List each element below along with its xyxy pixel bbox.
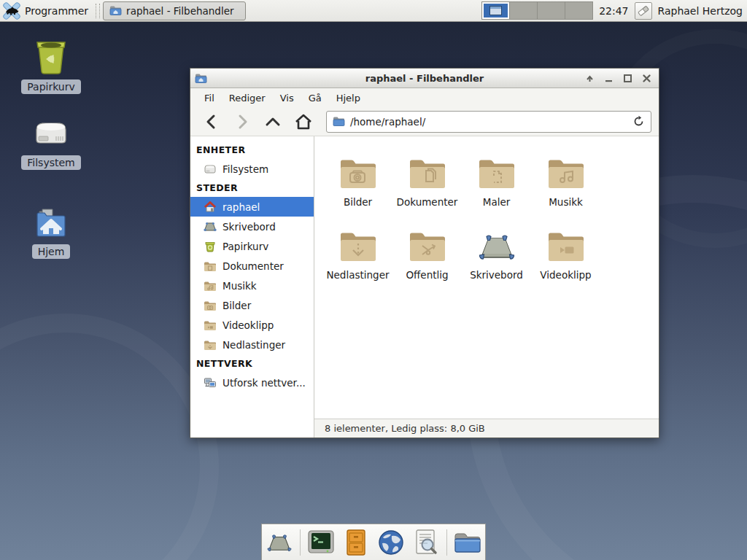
folder-music-icon — [546, 147, 587, 192]
maximize-button[interactable] — [622, 72, 634, 85]
dock-search-files-button[interactable] — [411, 528, 441, 557]
desktop-icon — [476, 219, 517, 265]
sidebar-item-videos[interactable]: Videoklipp — [190, 315, 314, 335]
forward-button[interactable] — [228, 111, 256, 133]
menu-file[interactable]: Fil — [198, 90, 221, 106]
file-manager-icon — [453, 530, 482, 555]
folder-templates-icon — [476, 147, 517, 192]
search-files-icon — [413, 529, 439, 556]
sidebar-item-label: raphael — [222, 201, 260, 213]
sidebar-header-devices: ENHETER — [190, 141, 314, 159]
trash-icon — [204, 241, 217, 252]
dock-terminal-button[interactable] — [306, 528, 336, 557]
desktop-icon-label: Filsystem — [21, 155, 80, 170]
desktop-icon-label: Hjem — [32, 244, 71, 259]
sidebar-header-places: STEDER — [190, 179, 314, 197]
workspace-4[interactable] — [565, 2, 592, 19]
dock-file-cabinet-button[interactable] — [341, 528, 371, 557]
sidebar: ENHETER Filsystem STEDER raphael Skriveb… — [190, 136, 314, 438]
path-bar[interactable]: /home/raphael/ — [326, 111, 651, 133]
status-text: 8 ielementer, Ledig plass: 8,0 GiB — [325, 423, 485, 434]
file-item-maler[interactable]: Maler — [462, 147, 531, 219]
menubar: Fil Rediger Vis Gå Hjelp — [190, 88, 659, 107]
clock: 22:47 — [599, 5, 628, 17]
sidebar-item-label: Papirkurv — [222, 241, 268, 252]
xfce-logo-icon — [3, 2, 20, 20]
taskbar-window-button[interactable]: raphael - Filbehandler — [103, 1, 246, 20]
sidebar-item-label: Dokumenter — [222, 260, 284, 272]
titlebar[interactable]: raphael - Filbehandler — [190, 69, 659, 88]
sidebar-item-downloads[interactable]: Nedlastinger — [190, 335, 314, 354]
file-item-label: Musikk — [549, 196, 583, 208]
file-view[interactable]: Bilder Dokumenter — [314, 136, 659, 419]
desktop-icon-filesystem[interactable]: Filsystem — [11, 117, 91, 170]
folder-videos-icon — [546, 219, 587, 265]
dock-separator — [300, 529, 301, 556]
workspace-3[interactable] — [538, 2, 565, 19]
folder-pictures-icon — [204, 300, 217, 311]
dock-file-manager-button[interactable] — [453, 528, 482, 557]
menu-view[interactable]: Vis — [274, 90, 301, 106]
drive-icon — [204, 163, 217, 175]
file-item-offentlig[interactable]: Offentlig — [392, 219, 462, 292]
folder-documents-icon — [407, 147, 448, 192]
sidebar-item-label: Musikk — [222, 280, 257, 292]
minimize-button[interactable] — [603, 72, 615, 85]
workspace-1-active[interactable] — [482, 2, 509, 19]
dock-show-desktop-button[interactable] — [265, 528, 294, 557]
sidebar-item-label: Filsystem — [222, 163, 268, 175]
dock-web-browser-button[interactable] — [376, 528, 406, 557]
status-bar: 8 ielementer, Ledig plass: 8,0 GiB — [314, 419, 659, 438]
workspace-switcher[interactable] — [481, 1, 593, 20]
terminal-icon — [307, 529, 335, 556]
desktop-icon — [204, 221, 217, 233]
user-name: Raphael Hertzog — [658, 5, 743, 17]
network-icon — [204, 377, 217, 389]
sidebar-item-browse-network[interactable]: Utforsk nettver... — [190, 373, 314, 392]
sidebar-item-music[interactable]: Musikk — [190, 276, 314, 295]
taskbar-window-label: raphael - Filbehandler — [126, 5, 233, 17]
workspace-2[interactable] — [510, 2, 537, 19]
file-item-bilder[interactable]: Bilder — [323, 147, 392, 219]
eraser-icon — [637, 4, 650, 18]
desktop-icon-trash[interactable]: Papirkurv — [11, 38, 91, 94]
sidebar-item-label: Utforsk nettver... — [222, 377, 306, 389]
sidebar-item-desktop[interactable]: Skrivebord — [190, 217, 314, 236]
path-folder-icon — [333, 116, 345, 127]
menu-go[interactable]: Gå — [302, 90, 328, 106]
file-item-skrivebord[interactable]: Skrivebord — [462, 219, 531, 292]
file-item-videoklipp[interactable]: Videoklipp — [531, 219, 600, 292]
file-item-musikk[interactable]: Musikk — [531, 147, 600, 219]
up-button[interactable] — [259, 111, 287, 133]
sidebar-item-raphael[interactable]: raphael — [190, 197, 314, 217]
folder-downloads-icon — [204, 339, 217, 351]
screenshooter-tray-button[interactable] — [635, 2, 652, 20]
sidebar-item-trash[interactable]: Papirkurv — [190, 236, 314, 256]
desktop-icon-home[interactable]: Hjem — [11, 206, 91, 259]
web-browser-icon — [377, 529, 405, 556]
wallpaper-ring — [0, 314, 219, 560]
sidebar-header-network: NETTVERK — [190, 354, 314, 373]
home-button[interactable] — [290, 111, 317, 133]
sidebar-item-pictures[interactable]: Bilder — [190, 295, 314, 315]
sidebar-item-documents[interactable]: Dokumenter — [190, 256, 314, 276]
applications-menu-button[interactable]: Programmer — [0, 0, 96, 21]
close-button[interactable] — [640, 72, 653, 85]
file-item-nedlastinger[interactable]: Nedlastinger — [323, 219, 392, 292]
file-item-label: Offentlig — [406, 269, 448, 281]
sidebar-item-filesystem[interactable]: Filsystem — [190, 159, 314, 179]
show-desktop-icon — [266, 530, 293, 555]
workspace-window-thumb — [489, 6, 502, 15]
file-cabinet-icon — [344, 529, 368, 556]
reload-icon[interactable] — [632, 115, 645, 128]
menu-help[interactable]: Hjelp — [330, 90, 367, 106]
panel-grip-handle[interactable] — [96, 4, 100, 18]
home-icon — [204, 201, 217, 213]
sidebar-item-label: Nedlastinger — [222, 339, 285, 351]
file-item-dokumenter[interactable]: Dokumenter — [392, 147, 462, 219]
menu-edit[interactable]: Rediger — [222, 90, 272, 106]
path-text[interactable]: /home/raphael/ — [350, 116, 627, 128]
shade-button[interactable] — [584, 72, 596, 85]
drive-icon — [32, 117, 70, 152]
back-button[interactable] — [198, 111, 225, 133]
